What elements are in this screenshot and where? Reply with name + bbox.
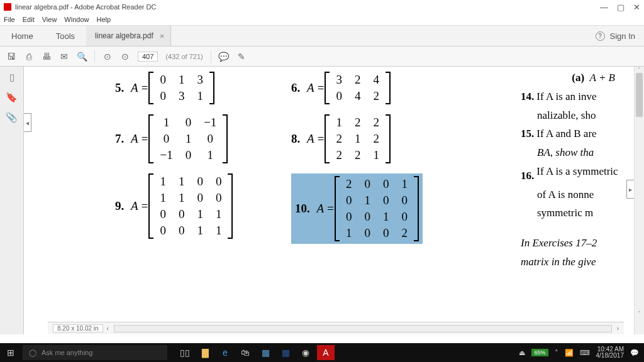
taskbar-folder-icon[interactable]: ▇	[196, 345, 214, 360]
start-button[interactable]: ⊞	[0, 348, 21, 358]
cortana-icon: ◯	[29, 349, 36, 357]
notifications-icon[interactable]: 💬	[630, 349, 639, 357]
page-total-label: (432 of 721)	[165, 53, 203, 60]
close-button[interactable]: ✕	[633, 3, 640, 12]
exercise-10-highlight[interactable]: 10. A = 2001010000101002	[291, 173, 423, 244]
app-icon	[4, 3, 11, 11]
tray-chevron-icon[interactable]: ˄	[555, 349, 558, 357]
taskbar-store-icon[interactable]: 🛍	[236, 345, 254, 360]
exercise-7-var: A	[131, 132, 138, 146]
taskbar-word-icon[interactable]: ▦	[277, 345, 294, 360]
battery-indicator[interactable]: 65%	[531, 349, 548, 356]
exercise-9-matrix: 1100110000110011	[148, 173, 233, 239]
exercise-10-matrix: 2001010000101002	[335, 176, 419, 241]
save-icon[interactable]: 🖫	[6, 52, 16, 62]
exercise-5-var: A	[131, 81, 138, 95]
taskbar-edge-icon[interactable]: e	[216, 345, 234, 360]
scrollbar-thumb[interactable]	[636, 73, 643, 117]
email-icon[interactable]: ✉	[59, 52, 69, 62]
exercise-5-number: 5.	[115, 81, 124, 94]
instructions-line2: matrix in the give	[521, 256, 596, 268]
window-title: linear algebra.pdf - Adobe Acrobat Reade…	[15, 3, 600, 11]
exercise-6-var: A	[307, 81, 314, 95]
exercise-7-matrix: 10−1010−101	[148, 114, 228, 163]
divider	[211, 50, 211, 63]
menu-file[interactable]: File	[4, 16, 15, 23]
part-a-label: (a)	[572, 72, 584, 84]
minimize-button[interactable]: —	[600, 3, 608, 12]
exercise-8-var: A	[307, 132, 314, 146]
tab-document[interactable]: linear algebra.pdf ×	[86, 26, 171, 46]
exercise-10-var: A	[317, 202, 325, 216]
taskbar-app-icon[interactable]: ▦	[257, 345, 274, 360]
search-placeholder: Ask me anything	[42, 349, 92, 356]
exercise-7-number: 7.	[115, 132, 124, 145]
task-view-icon[interactable]: ▯▯	[176, 345, 194, 360]
print-icon[interactable]: 🖶	[42, 52, 52, 62]
exercise-9-var: A	[131, 199, 138, 213]
tab-document-label: linear algebra.pdf	[95, 31, 153, 40]
menu-window[interactable]: Window	[64, 16, 89, 23]
comment-icon[interactable]: 💬	[219, 52, 229, 62]
horizontal-scrollbar[interactable]	[114, 325, 612, 332]
menu-edit[interactable]: Edit	[23, 16, 35, 23]
q16-line1: If A is a symmetric	[536, 164, 618, 179]
scroll-up-icon[interactable]: ˄	[635, 67, 644, 73]
instructions-line1: In Exercises 17–2	[521, 237, 597, 249]
exercise-8-number: 8.	[291, 132, 300, 145]
vertical-scrollbar[interactable]: ˄ ˅	[634, 67, 644, 334]
exercise-5-matrix: 013031	[148, 72, 214, 104]
exercise-6-matrix: 324042	[325, 72, 391, 104]
q14-line1: If A is an inve	[536, 90, 596, 102]
search-icon[interactable]: 🔍	[77, 52, 87, 62]
prev-page-handle[interactable]: ◂	[24, 113, 31, 132]
part-a-expr: A + B	[590, 72, 615, 84]
q16-line3: symmetric m	[521, 206, 634, 221]
tab-home[interactable]: Home	[0, 26, 45, 46]
menu-view[interactable]: View	[42, 16, 57, 23]
tab-tools[interactable]: Tools	[45, 26, 86, 46]
export-icon[interactable]: ⎙	[24, 52, 34, 62]
page-number-input[interactable]: 407	[138, 52, 158, 62]
bookmark-icon[interactable]: 🔖	[6, 92, 18, 103]
exercise-9-number: 9.	[115, 199, 124, 212]
taskbar-acrobat-icon[interactable]: A	[317, 345, 335, 360]
tray-network-icon[interactable]: 📶	[565, 349, 574, 357]
sign-icon[interactable]: ✎	[236, 52, 247, 62]
tray-usb-icon[interactable]: ⏏	[519, 349, 525, 357]
q16-number: 16.	[521, 170, 534, 182]
clock-date: 4/18/2017	[596, 353, 625, 359]
menu-help[interactable]: Help	[96, 16, 111, 23]
q15-line1: If A and B are	[536, 128, 596, 140]
q14-line2: nalizable, sho	[521, 108, 634, 123]
exercise-8-matrix: 122212221	[325, 114, 391, 163]
page-up-icon[interactable]: ⊙	[103, 52, 113, 62]
scroll-down-icon[interactable]: ˅	[635, 310, 644, 317]
help-icon[interactable]: ?	[596, 31, 605, 41]
taskbar-chrome-icon[interactable]: ◉	[297, 345, 314, 360]
scroll-right-icon[interactable]: ›	[617, 325, 619, 332]
signin-link[interactable]: Sign In	[610, 31, 635, 41]
tab-close-icon[interactable]: ×	[160, 31, 165, 41]
thumbnails-icon[interactable]: ▯	[9, 72, 14, 83]
divider	[94, 50, 95, 63]
page-dimensions: 8.20 x 10.02 in	[53, 324, 103, 332]
system-clock[interactable]: 10:42 AM 4/18/2017	[596, 346, 625, 359]
scroll-left-icon[interactable]: ‹	[107, 325, 109, 332]
q15-line2: BA, show tha	[537, 146, 594, 158]
attachment-icon[interactable]: 📎	[6, 112, 18, 123]
exercise-6-number: 6.	[291, 81, 300, 94]
tray-keyboard-icon[interactable]: ⌨	[580, 349, 590, 357]
q15-number: 15.	[521, 128, 534, 140]
next-page-handle[interactable]: ▸	[626, 180, 634, 199]
q14-number: 14.	[521, 90, 534, 102]
taskbar-search[interactable]: ◯ Ask me anything	[23, 345, 167, 360]
page-down-icon[interactable]: ⊙	[120, 52, 130, 62]
q16-line2: of A is nonne	[521, 187, 634, 202]
maximize-button[interactable]: ▢	[617, 3, 625, 12]
exercise-10-number: 10.	[295, 202, 310, 215]
